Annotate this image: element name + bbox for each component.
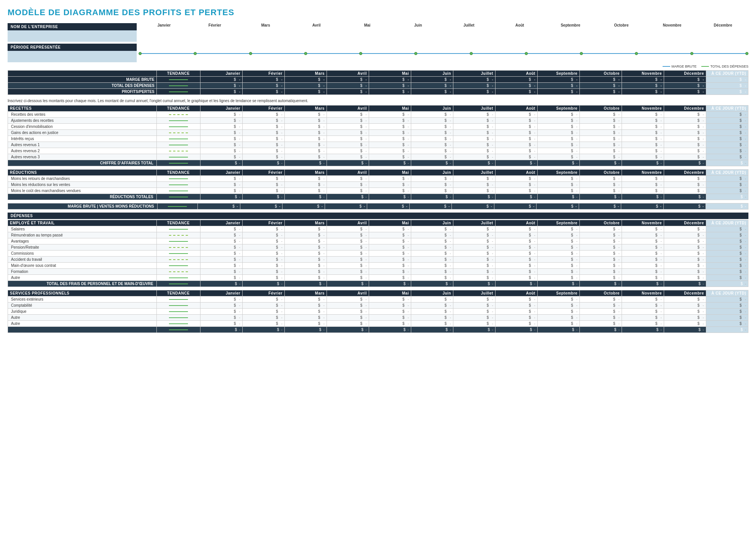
summary-jul-header: Juillet xyxy=(453,71,495,77)
summary-may-header: Mai xyxy=(369,71,411,77)
depenses-header: DÉPENSES xyxy=(8,213,748,219)
note-text: Inscrivez ci-dessous les montants pour c… xyxy=(8,99,748,103)
month-header-jan: Janvier xyxy=(139,23,189,27)
summary-oct-header: Octobre xyxy=(579,71,622,77)
summary-aug-header: Août xyxy=(495,71,537,77)
month-header-dec: Décembre xyxy=(698,23,748,27)
month-header-oct: Octobre xyxy=(596,23,647,27)
list-item: Moins les réductions sur les ventes xyxy=(8,182,157,188)
list-item: Salaires xyxy=(8,226,157,232)
recettes-section-header: RECETTES xyxy=(8,106,157,112)
recettes-tendance: TENDANCE xyxy=(156,106,200,112)
legend-total-depenses: TOTAL DES DÉPENSES xyxy=(701,65,748,68)
company-block: NOM DE L'ENTREPRISE xyxy=(8,23,137,42)
list-item: Autre xyxy=(8,321,157,327)
page-title: MODÈLE DE DIAGRAMME DES PROFITS ET PERTE… xyxy=(8,8,748,17)
list-item: Comptabilité xyxy=(8,303,157,309)
month-header-nov: Novembre xyxy=(647,23,698,27)
month-header-jun: Juin xyxy=(393,23,443,27)
list-item: Autre xyxy=(8,315,157,321)
total-row-label: TOTAL DES FRAIS DE PERSONNEL ET DE MAIN-… xyxy=(8,281,157,287)
summary-total-dep-label: TOTAL DES DÉPENSES xyxy=(8,83,157,89)
period-label: PÉRIODE REPRÉSENTÉE xyxy=(8,44,137,51)
total-row-label: RÉDUCTIONS TOTALES xyxy=(8,194,157,200)
summary-ytd-header: À CE JOUR (YTD) xyxy=(706,71,748,77)
legend-marge-brute: MARGE BRUTE xyxy=(663,65,697,68)
list-item: Main-d'œuvre sous contrat xyxy=(8,263,157,269)
summary-profit-label: PROFITS/PERTES xyxy=(8,89,157,95)
reductions-section-header: RÉDUCTIONS xyxy=(8,170,157,176)
month-header-apr: Avril xyxy=(291,23,342,27)
list-item: Juridique xyxy=(8,309,157,315)
list-item: Services extérieurs xyxy=(8,296,157,303)
list-item: Ajustements des recettes xyxy=(8,118,157,124)
summary-marge-label: MARGE BRUTE xyxy=(8,77,157,83)
month-header-aug: Août xyxy=(494,23,545,27)
summary-jun-header: Juin xyxy=(411,71,453,77)
list-item: Cession d'immobilisation xyxy=(8,124,157,130)
summary-sep-header: Septembre xyxy=(537,71,579,77)
summary-dec-header: Décembre xyxy=(664,71,706,77)
services-total-label xyxy=(8,327,157,333)
list-item: Formation xyxy=(8,269,157,275)
list-item: Rémunération au temps passé xyxy=(8,232,157,238)
summary-feb-header: Février xyxy=(242,71,284,77)
period-block: PÉRIODE REPRÉSENTÉE xyxy=(8,44,137,68)
month-header-feb: Février xyxy=(189,23,240,27)
list-item: Autre xyxy=(8,275,157,281)
summary-tendance-header: TENDANCE xyxy=(156,71,200,77)
employe-section-header: EMPLOYÉ ET TRAVAIL xyxy=(8,220,157,226)
month-header-sep: Septembre xyxy=(545,23,596,27)
month-header-jul: Juillet xyxy=(443,23,494,27)
chart-legend: MARGE BRUTE TOTAL DES DÉPENSES xyxy=(663,65,748,68)
list-item: Autres revenus 3 xyxy=(8,154,157,160)
list-item: Autres revenus 1 xyxy=(8,142,157,148)
summary-apr-header: Avril xyxy=(327,71,369,77)
summary-mar-header: Mars xyxy=(284,71,327,77)
list-item: Commissions xyxy=(8,251,157,257)
summary-jan-header: Janvier xyxy=(200,71,242,77)
list-item: Gains des actions en justice xyxy=(8,130,157,136)
list-item: Moins les retours de marchandises xyxy=(8,176,157,182)
list-item: Autres revenus 2 xyxy=(8,148,157,154)
list-item: Recettes des ventes xyxy=(8,112,157,118)
month-header-may: Mai xyxy=(342,23,393,27)
list-item: Accident du travail xyxy=(8,257,157,263)
list-item: Moins le coût des marchandises vendues xyxy=(8,188,157,194)
month-header-mar: Mars xyxy=(240,23,291,27)
list-item: Pension/Retraite xyxy=(8,244,157,251)
services-section-header: SERVICES PROFESSIONNELS xyxy=(8,290,157,296)
total-row-label: CHIFFRE D'AFFAIRES TOTAL xyxy=(8,160,157,166)
marge-brute-ventes-label: MARGE BRUTE | VENTES MOINS RÉDUCTIONS xyxy=(8,203,158,210)
company-label: NOM DE L'ENTREPRISE xyxy=(8,23,137,30)
list-item: Avantages xyxy=(8,238,157,244)
summary-nov-header: Novembre xyxy=(622,71,664,77)
list-item: Intérêts reçus xyxy=(8,136,157,142)
